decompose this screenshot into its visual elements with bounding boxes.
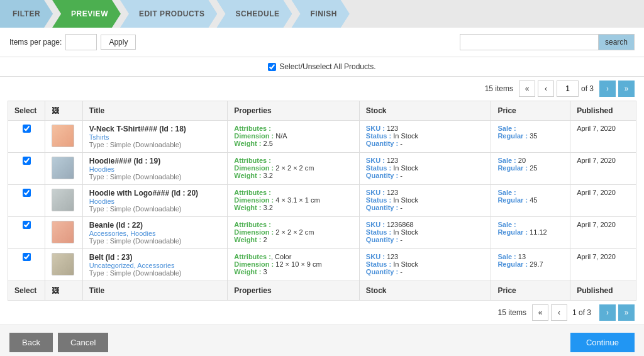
wizard-step-edit[interactable]: EDIT PRODUCTS (120, 0, 218, 28)
back-button[interactable]: Back (9, 333, 53, 352)
row-checkbox-4[interactable] (23, 253, 31, 261)
row-checkbox-2[interactable] (23, 189, 31, 197)
sale-label-1: Sale : (497, 157, 516, 164)
pagination-top: 15 items « ‹ of 3 › » (0, 77, 644, 101)
qty-label-3: Quantity : (366, 236, 398, 243)
controls-row: Items per page: Apply search (0, 28, 644, 57)
search-input[interactable] (460, 34, 598, 50)
wizard-step-preview[interactable]: PREVIEW (52, 0, 121, 28)
prev-page-btn[interactable]: ‹ (538, 81, 554, 97)
row-title-cell: Hoodie#### (Id : 19) Hoodies Type : Simp… (82, 153, 228, 185)
attr-label-1: Attributes : (234, 157, 271, 164)
tf-select: Select (8, 281, 45, 301)
page-number-input-top[interactable] (557, 81, 579, 97)
dim-value-2: 4 × 3.1 × 1 cm (275, 196, 319, 204)
row-checkbox-1[interactable] (23, 157, 31, 165)
product-title-2: Hoodie with Logo#### (Id : 20) (89, 189, 221, 197)
row-image-cell (45, 185, 83, 217)
status-label-4: Status : (366, 260, 391, 268)
qty-label-1: Quantity : (366, 172, 398, 179)
tf-title: Title (82, 281, 228, 301)
table-row: Belt (Id : 23) Uncategorized, Accessorie… (8, 249, 636, 281)
wizard-step-schedule[interactable]: SCHEDULE (216, 0, 292, 28)
product-title-1: Hoodie#### (Id : 19) (89, 157, 221, 165)
row-image-cell (45, 249, 83, 281)
table-row: V-Neck T-Shirt#### (Id : 18) Tshirts Typ… (8, 121, 636, 153)
row-stock-cell: SKU : 123 Status : In Stock Quantity : - (359, 185, 491, 217)
status-label-0: Status : (366, 132, 391, 140)
row-image-cell (45, 121, 83, 153)
weight-value-4: 3 (264, 268, 267, 275)
row-properties-cell: Attributes :, Color Dimension : 12 × 10 … (228, 249, 360, 281)
select-all-checkbox[interactable] (268, 63, 276, 71)
qty-value-0: - (400, 140, 402, 147)
status-value-3: In Stock (393, 228, 418, 236)
row-title-cell: V-Neck T-Shirt#### (Id : 18) Tshirts Typ… (82, 121, 228, 153)
product-title-4: Belt (Id : 23) (89, 253, 221, 262)
next-page-btn-top[interactable]: › (599, 81, 616, 97)
row-published-cell: April 7, 2020 (570, 121, 636, 153)
prev-page-btn-bottom[interactable]: ‹ (551, 304, 567, 321)
dim-label-4: Dimension : (234, 260, 274, 268)
next-page-btn-bottom[interactable]: › (599, 304, 616, 321)
weight-value-1: 3.2 (264, 172, 273, 179)
product-type-1: Type : Simple (Downloadable) (89, 173, 221, 181)
items-per-page-input[interactable] (65, 34, 97, 50)
weight-value-0: 2.5 (264, 140, 273, 147)
wizard-step-finish-label: FINISH (310, 9, 336, 18)
regular-value-0: 35 (530, 132, 537, 140)
row-checkbox-0[interactable] (23, 125, 31, 133)
status-value-2: In Stock (393, 196, 418, 204)
tf-published: Published (570, 281, 636, 301)
sku-label-2: SKU : (366, 189, 385, 196)
row-published-cell: April 7, 2020 (570, 153, 636, 185)
product-category-2: Hoodies (89, 197, 221, 205)
wizard-step-filter-label: FILTER (13, 9, 40, 18)
page-wrapper: FILTER PREVIEW EDIT PRODUCTS SCHEDULE FI… (0, 0, 644, 356)
row-checkbox-cell (8, 249, 45, 281)
status-label-2: Status : (366, 196, 391, 204)
attr-value-4: , Color (271, 253, 291, 260)
continue-button[interactable]: Continue (570, 333, 635, 352)
attr-label-2: Attributes : (234, 189, 271, 196)
dim-value-1: 2 × 2 × 2 cm (275, 164, 314, 172)
row-title-cell: Belt (Id : 23) Uncategorized, Accessorie… (82, 249, 228, 281)
dim-value-4: 12 × 10 × 9 cm (275, 260, 321, 268)
dim-label-3: Dimension : (234, 228, 274, 236)
search-area: search (460, 34, 635, 50)
weight-label-2: Weight : (234, 204, 261, 211)
first-page-btn[interactable]: « (519, 81, 535, 97)
product-image-0 (52, 125, 74, 147)
search-button[interactable]: search (598, 34, 635, 50)
row-stock-cell: SKU : 123 Status : In Stock Quantity : - (359, 249, 491, 281)
items-count-bottom: 15 items (498, 308, 526, 317)
tf-price: Price (491, 281, 570, 301)
weight-label-3: Weight : (234, 236, 261, 243)
last-page-btn-top[interactable]: » (618, 81, 635, 97)
row-properties-cell: Attributes : Dimension : 4 × 3.1 × 1 cm … (228, 185, 360, 217)
weight-label-1: Weight : (234, 172, 261, 179)
th-stock: Stock (359, 101, 491, 121)
table-row: Beanie (Id : 22) Accessories, Hoodies Ty… (8, 217, 636, 249)
qty-value-3: - (400, 236, 402, 243)
regular-label-4: Regular : (497, 260, 528, 268)
sku-value-3: 1236868 (387, 221, 414, 228)
bottom-controls: Back Cancel Continue (0, 325, 644, 356)
product-image-1 (52, 157, 74, 179)
wizard-step-filter[interactable]: FILTER (0, 0, 53, 28)
product-category-0: Tshirts (89, 133, 221, 141)
tf-properties: Properties (228, 281, 360, 301)
wizard-step-finish[interactable]: FINISH (291, 0, 349, 28)
items-count-top: 15 items (485, 84, 513, 93)
first-page-btn-bottom[interactable]: « (532, 304, 548, 321)
qty-value-4: - (400, 268, 402, 275)
apply-button[interactable]: Apply (101, 35, 136, 50)
product-image-2 (52, 189, 74, 211)
last-page-btn-bottom[interactable]: » (618, 304, 635, 321)
published-date-4: April 7, 2020 (577, 253, 616, 260)
cancel-button[interactable]: Cancel (58, 333, 108, 352)
status-label-3: Status : (366, 228, 391, 236)
regular-label-0: Regular : (497, 132, 528, 140)
tf-stock: Stock (359, 281, 491, 301)
row-checkbox-3[interactable] (23, 221, 31, 229)
